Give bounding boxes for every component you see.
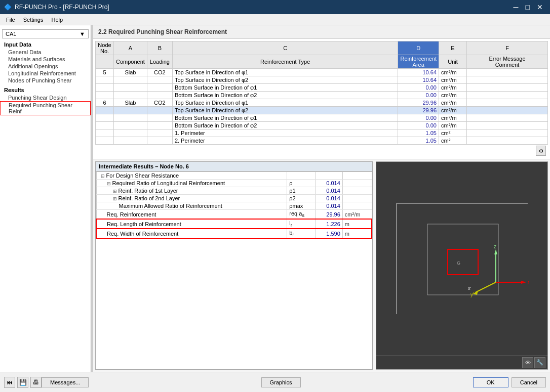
int-unit (342, 202, 372, 210)
print-button[interactable]: 🖶 (30, 377, 42, 388)
error-cell (467, 99, 548, 107)
int-symbol: ρmax (287, 202, 316, 210)
table-toolbar: ⚙ (95, 145, 548, 157)
graphics-button[interactable]: Graphics (261, 377, 301, 387)
render-settings-button[interactable]: 🔧 (534, 357, 545, 368)
int-row-req-reinf: Req. Reinforcement req as 29.96 cm²/m (96, 210, 372, 220)
structure-svg: x z y' x' G (397, 204, 529, 315)
bottom-bar: ⏮ 💾 🖶 Messages... Graphics OK Cancel (0, 372, 550, 392)
int-label: Req. Length of Reinforcement (96, 219, 287, 229)
svg-text:y': y' (470, 292, 474, 297)
component-cell (114, 122, 147, 129)
eye-button[interactable]: 👁 (522, 357, 533, 368)
col-component-subheader: Component (114, 55, 147, 69)
reinf-type-cell: Bottom Surface in Direction of φ2 (172, 122, 398, 129)
graphics-viewport: x z y' x' G (376, 162, 547, 355)
menu-settings[interactable]: Settings (19, 16, 48, 24)
table-properties-button[interactable]: ⚙ (536, 146, 546, 156)
maximize-button[interactable]: □ (523, 2, 533, 12)
col-f-header: F (467, 41, 548, 55)
reinf-area-cell: 29.96 (398, 107, 439, 114)
loading-cell (147, 122, 172, 129)
reinf-area-cell: 1.05 (398, 137, 439, 145)
int-row-req-width: Req. Width of Reinforcement br 1.590 m (96, 229, 372, 238)
col-reinf-type-subheader: Reinforcement Type (172, 55, 398, 69)
node-no-cell (96, 92, 114, 99)
int-symbol: lr (287, 219, 316, 229)
error-cell (467, 84, 548, 92)
menu-file[interactable]: File (2, 16, 19, 24)
reinf-type-cell: 2. Perimeter (172, 137, 398, 145)
title-bar-text: RF-PUNCH Pro - [RF-PUNCH Pro] (15, 4, 109, 11)
reinf-area-cell: 0.00 (398, 92, 439, 99)
loading-cell (147, 129, 172, 137)
node-no-cell (96, 107, 114, 114)
reinf-area-cell: 0.00 (398, 122, 439, 129)
chevron-down-icon: ▼ (80, 31, 85, 37)
int-value: 0.014 (316, 195, 342, 202)
expand-icon[interactable]: ⊞ (113, 196, 117, 201)
close-button[interactable]: ✕ (534, 2, 546, 12)
sidebar-item-punching-shear-design[interactable]: Punching Shear Design (0, 94, 91, 101)
int-row-req-ratio: ⊟Required Ratio of Longitudinal Reinforc… (96, 180, 372, 187)
sidebar-item-openings[interactable]: Additional Openings (0, 63, 91, 70)
input-section-label: Input Data (0, 40, 91, 49)
unit-cell: cm²/m (439, 99, 467, 107)
col-b-header: B (147, 41, 172, 55)
title-bar: 🔷 RF-PUNCH Pro - [RF-PUNCH Pro] ─ □ ✕ (0, 0, 550, 14)
node-no-cell (96, 76, 114, 84)
loading-cell (147, 92, 172, 99)
sidebar-item-longitudinal[interactable]: Longitudinal Reinforcement (0, 70, 91, 77)
reinf-area-cell: 10.64 (398, 69, 439, 76)
component-cell (114, 92, 147, 99)
minimize-button[interactable]: ─ (510, 2, 522, 12)
int-unit (342, 195, 372, 202)
reinf-area-cell: 0.00 (398, 114, 439, 122)
unit-cell: cm²/m (439, 114, 467, 122)
error-cell (467, 76, 548, 84)
col-d-header: D (398, 41, 439, 55)
int-row-reinf-2nd: ⊞Reinf. Ratio of 2nd Layer ρ2 0.014 (96, 195, 372, 202)
cancel-button[interactable]: Cancel (512, 377, 546, 387)
ok-button[interactable]: OK (473, 377, 508, 387)
int-symbol: ρ2 (287, 195, 316, 202)
col-error-subheader: Error MessageComment (467, 55, 548, 69)
table-row: Bottom Surface in Direction of φ2 0.00 c… (96, 122, 548, 129)
node-no-cell: 6 (96, 99, 114, 107)
svg-text:x': x' (468, 286, 472, 291)
sidebar-item-materials[interactable]: Materials and Surfaces (0, 56, 91, 63)
messages-button[interactable]: Messages... (42, 377, 89, 387)
collapse-icon[interactable]: ⊟ (107, 181, 111, 186)
col-c-header: C (172, 41, 398, 55)
back-button[interactable]: ⏮ (4, 377, 15, 388)
int-value: 29.96 (316, 210, 342, 220)
menu-bar: File Settings Help (0, 14, 550, 25)
unit-cell: cm²/m (439, 92, 467, 99)
int-symbol: br (287, 229, 316, 238)
table-row: Bottom Surface in Direction of φ1 0.00 c… (96, 114, 548, 122)
col-reinf-area-subheader: ReinforcementArea (398, 55, 439, 69)
sidebar-item-general-data[interactable]: General Data (0, 49, 91, 56)
int-row-max-ratio: Maximum Allowed Ratio of Reinforcement ρ… (96, 202, 372, 210)
sidebar-item-nodes[interactable]: Nodes of Punching Shear (0, 77, 91, 84)
component-cell: Slab (114, 69, 147, 76)
int-unit: cm²/m (342, 210, 372, 220)
int-value: 1.226 (316, 219, 342, 229)
node-no-cell (96, 129, 114, 137)
save-button[interactable]: 💾 (17, 377, 28, 388)
intermediate-results-panel: Intermediate Results – Node No. 6 ⊟For D… (95, 161, 373, 370)
collapse-icon[interactable]: ⊟ (101, 173, 105, 179)
expand-icon[interactable]: ⊞ (113, 189, 117, 194)
menu-help[interactable]: Help (47, 16, 67, 24)
int-symbol: ρ (287, 180, 316, 187)
reinf-type-cell: Top Surface in Direction of φ2 (172, 76, 398, 84)
graphics-panel: x z y' x' G 👁 🔧 (376, 161, 548, 370)
int-value: 0.014 (316, 187, 342, 195)
bottom-left-controls: ⏮ 💾 🖶 (4, 377, 42, 388)
int-row-design-shear: ⊟For Design Shear Resistance (96, 172, 372, 180)
unit-cell: cm² (439, 137, 467, 145)
case-dropdown[interactable]: CA1 ▼ (2, 29, 89, 38)
sidebar-item-required-punching[interactable]: Required Punching Shear Reinf (0, 101, 91, 115)
reinf-type-cell: Bottom Surface in Direction of φ2 (172, 92, 398, 99)
table-row: Bottom Surface in Direction of φ2 0.00 c… (96, 92, 548, 99)
